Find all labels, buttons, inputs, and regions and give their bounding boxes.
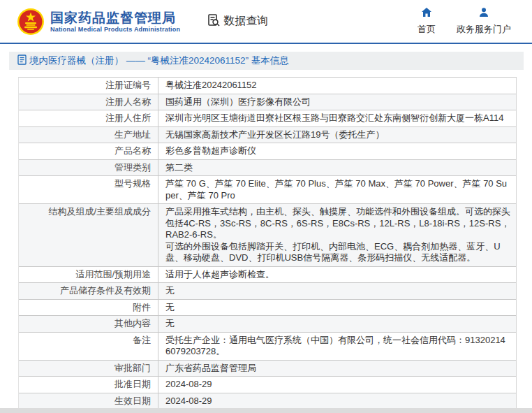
row-value: 无 xyxy=(158,316,516,332)
row-label: 注册人住所 xyxy=(19,110,158,126)
table-row: 适用范围/预期用途 适用于人体超声诊断检查。 xyxy=(19,267,516,284)
user-icon xyxy=(478,7,489,23)
row-value: 彩色多普勒超声诊断仪 xyxy=(158,143,516,159)
logo-text: 国家药品监督管理局 National Medical Products Admi… xyxy=(50,10,180,33)
footer-strip xyxy=(0,408,532,413)
table-row: 产品名称 彩色多普勒超声诊断仪 xyxy=(19,143,516,160)
row-value: 芦笙 70 G、芦笙 70 Elite、芦笙 70 Plus、芦笙 70 Max… xyxy=(158,176,516,203)
national-emblem-icon xyxy=(17,8,45,36)
data-query-tab[interactable]: 数据查询 xyxy=(207,13,268,30)
table-row: 审批部门 广东省药品监督管理局 xyxy=(19,361,516,377)
row-value: 第二类 xyxy=(158,160,516,176)
nmpa-logo: 国家药品监督管理局 National Medical Products Admi… xyxy=(17,8,180,36)
row-value: 2024-08-29 xyxy=(158,393,516,410)
header: 国家药品监督管理局 National Medical Products Admi… xyxy=(0,0,532,44)
row-label: 审批部门 xyxy=(19,361,158,377)
data-query-label: 数据查询 xyxy=(223,14,268,29)
site-title: 国家药品监督管理局 xyxy=(50,10,180,26)
breadcrumb-text: 境内医疗器械（注册） —— “粤械注准20242061152” 基本信息 xyxy=(29,55,289,67)
row-value: 2024-08-29 xyxy=(158,377,516,393)
row-label: 备注 xyxy=(19,333,158,360)
nav-gov-portal-label: 政务服务门户 xyxy=(457,23,511,36)
table-row: 产品储存条件及有效期 无 xyxy=(19,283,516,300)
row-label: 产品名称 xyxy=(19,143,158,159)
nav-home[interactable]: 首页 xyxy=(418,7,436,36)
document-search-icon xyxy=(207,13,221,30)
info-table: 注册证编号 粤械注准20242061152 注册人名称 国药通用（深圳）医疗影像… xyxy=(18,77,517,413)
row-value: 深圳市光明区玉塘街道田寮社区根玉路与田寮路交汇处东南侧智衍创新大厦一栋A114 xyxy=(158,110,516,126)
breadcrumb: 境内医疗器械（注册） —— “粤械注准20242061152” 基本信息 xyxy=(9,52,524,70)
row-value: 广东省药品监督管理局 xyxy=(158,361,516,377)
row-value: 适用于人体超声诊断检查。 xyxy=(158,267,516,283)
site-subtitle: National Medical Products Administration xyxy=(50,26,180,33)
document-icon xyxy=(17,55,29,67)
row-label: 注册证编号 xyxy=(19,78,158,94)
row-label: 批准日期 xyxy=(19,377,158,393)
row-label: 生效日期 xyxy=(19,393,158,410)
row-value: 产品采用推车式结构，由主机、探头、触摸屏、功能选件和外围设备组成。可选的探头包括… xyxy=(158,204,516,266)
row-value: 无 xyxy=(158,300,516,316)
table-row: 型号规格 芦笙 70 G、芦笙 70 Elite、芦笙 70 Plus、芦笙 7… xyxy=(19,176,516,204)
row-label: 产品储存条件及有效期 xyxy=(19,283,158,299)
row-label: 其他内容 xyxy=(19,316,158,332)
row-value: 国药通用（深圳）医疗影像有限公司 xyxy=(158,94,516,110)
row-label: 附件 xyxy=(19,300,158,316)
row-label: 型号规格 xyxy=(19,176,158,203)
row-value: 受托生产企业：通用电气医疗系统（中国）有限公司，统一社会信用代码：9132021… xyxy=(158,333,516,360)
table-row: 其他内容 无 xyxy=(19,316,516,333)
table-row: 备注 受托生产企业：通用电气医疗系统（中国）有限公司，统一社会信用代码：9132… xyxy=(19,333,516,361)
row-label: 生产地址 xyxy=(19,127,158,143)
row-label: 管理类别 xyxy=(19,160,158,176)
table-row: 附件 无 xyxy=(19,300,516,317)
home-icon xyxy=(421,7,432,23)
row-label: 适用范围/预期用途 xyxy=(19,267,158,283)
table-row: 批准日期 2024-08-29 xyxy=(19,377,516,393)
row-value: 无 xyxy=(158,283,516,299)
table-row: 生产地址 无锡国家高新技术产业开发区长江路19号（委托生产） xyxy=(19,127,516,144)
table-row: 注册人名称 国药通用（深圳）医疗影像有限公司 xyxy=(19,94,516,111)
row-label: 结构及组成/主要组成成分 xyxy=(19,204,158,266)
row-value: 粤械注准20242061152 xyxy=(158,78,516,94)
row-value: 无锡国家高新技术产业开发区长江路19号（委托生产） xyxy=(158,127,516,143)
header-nav: 首页 政务服务门户 xyxy=(418,7,521,36)
row-label: 注册人名称 xyxy=(19,94,158,110)
table-row: 注册人住所 深圳市光明区玉塘街道田寮社区根玉路与田寮路交汇处东南侧智衍创新大厦一… xyxy=(19,110,516,127)
nav-home-label: 首页 xyxy=(418,23,436,36)
table-row: 注册证编号 粤械注准20242061152 xyxy=(19,78,516,94)
table-row: 管理类别 第二类 xyxy=(19,160,516,177)
table-row: 生效日期 2024-08-29 xyxy=(19,393,516,410)
nav-gov-portal[interactable]: 政务服务门户 xyxy=(457,7,511,36)
table-row: 结构及组成/主要组成成分 产品采用推车式结构，由主机、探头、触摸屏、功能选件和外… xyxy=(19,204,516,267)
